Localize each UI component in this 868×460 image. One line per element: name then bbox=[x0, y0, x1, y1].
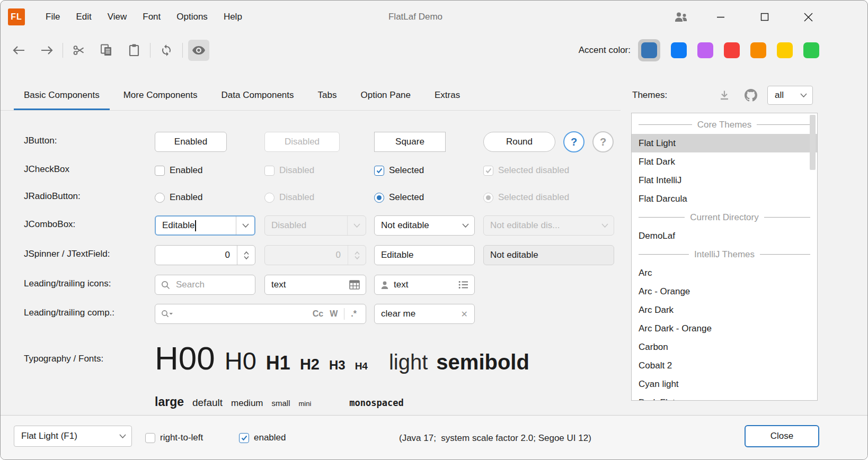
menu-file[interactable]: File bbox=[38, 8, 68, 25]
h4-sample: H4 bbox=[355, 360, 368, 372]
themes-label: Themes: bbox=[632, 90, 667, 101]
users-button[interactable] bbox=[668, 1, 694, 33]
menu-help[interactable]: Help bbox=[216, 8, 250, 25]
close-window-button[interactable] bbox=[786, 1, 830, 33]
search-dropdown-icon[interactable] bbox=[155, 310, 179, 319]
theme-item-flat-light[interactable]: Flat Light bbox=[632, 134, 817, 152]
help-button[interactable]: ? bbox=[592, 131, 614, 152]
toolbar-separator bbox=[182, 43, 183, 58]
tab-more-components[interactable]: More Components bbox=[113, 80, 208, 110]
theme-item-arc---orange[interactable]: Arc - Orange bbox=[632, 282, 817, 301]
checkbox-enabled[interactable]: Enabled bbox=[155, 165, 202, 176]
menu-bar: FileEditViewFontOptionsHelp bbox=[38, 1, 250, 33]
rtl-checkbox[interactable]: right-to-left bbox=[145, 432, 203, 444]
github-button[interactable] bbox=[743, 87, 759, 103]
radio-enabled[interactable]: Enabled bbox=[155, 192, 202, 203]
accent-swatch-3[interactable] bbox=[724, 42, 740, 58]
accent-swatch-0[interactable] bbox=[641, 42, 657, 58]
radio-selected-icon bbox=[483, 193, 493, 203]
theme-item-demolaf[interactable]: DemoLaf bbox=[632, 227, 817, 245]
show-hidden-toggle-button[interactable] bbox=[188, 40, 209, 61]
maximize-button[interactable] bbox=[742, 1, 786, 33]
checkbox-label: Selected disabled bbox=[498, 165, 569, 176]
radio-selected-disabled: Selected disabled bbox=[483, 192, 569, 203]
themes-filter-value: all bbox=[768, 90, 794, 101]
tab-tabs[interactable]: Tabs bbox=[308, 80, 347, 110]
tab-data-components[interactable]: Data Components bbox=[211, 80, 304, 110]
combobox-editable[interactable]: Editable bbox=[155, 215, 255, 236]
rtl-label: right-to-left bbox=[160, 432, 203, 443]
copy-button[interactable] bbox=[96, 40, 117, 61]
theme-list-scrollbar[interactable] bbox=[810, 115, 816, 170]
cut-button[interactable] bbox=[68, 40, 90, 61]
menu-view[interactable]: View bbox=[100, 8, 135, 25]
help-button-accent[interactable]: ? bbox=[563, 131, 584, 152]
checkbox-selected-disabled: Selected disabled bbox=[483, 165, 569, 176]
match-case-button[interactable]: Cc bbox=[309, 309, 326, 319]
mini-sample: mini bbox=[299, 400, 312, 408]
theme-item-flat-dark[interactable]: Flat Dark bbox=[632, 152, 817, 171]
clearable-field[interactable]: clear me ✕ bbox=[374, 304, 475, 324]
search-field-with-options[interactable]: Cc W .* bbox=[155, 304, 366, 324]
refresh-button[interactable] bbox=[156, 40, 177, 61]
theme-item-cobalt-2[interactable]: Cobalt 2 bbox=[632, 356, 817, 375]
semibold-sample: semibold bbox=[436, 350, 529, 374]
accent-swatch-selected-ring bbox=[638, 39, 660, 61]
themes-filter-combo[interactable]: all bbox=[767, 86, 813, 105]
menu-font[interactable]: Font bbox=[135, 8, 169, 25]
paste-button[interactable] bbox=[123, 40, 145, 61]
accent-swatch-4[interactable] bbox=[750, 42, 766, 58]
theme-item-carbon[interactable]: Carbon bbox=[632, 338, 817, 356]
search-input[interactable] bbox=[175, 279, 238, 291]
combobox-not-editable[interactable]: Not editable bbox=[374, 215, 475, 236]
accent-swatch-6[interactable] bbox=[803, 42, 819, 58]
text-field-user[interactable]: text bbox=[374, 275, 475, 295]
back-button[interactable] bbox=[8, 40, 30, 61]
accent-swatch-2[interactable] bbox=[697, 42, 713, 58]
regex-button[interactable]: .* bbox=[348, 309, 360, 319]
spinner-disabled: 0 bbox=[264, 245, 366, 265]
menu-options[interactable]: Options bbox=[169, 8, 216, 25]
menu-edit[interactable]: Edit bbox=[68, 8, 99, 25]
enabled-button[interactable]: Enabled bbox=[155, 132, 227, 152]
theme-group-header: Core Themes bbox=[632, 115, 817, 134]
textfield-editable[interactable]: Editable bbox=[374, 245, 475, 265]
radio-selected[interactable]: Selected bbox=[374, 192, 424, 203]
checkbox-selected[interactable]: Selected bbox=[374, 165, 424, 176]
download-themes-button[interactable] bbox=[716, 87, 732, 103]
laf-selector-combo[interactable]: Flat Light (F1) bbox=[14, 426, 132, 447]
checkbox-label: Disabled bbox=[279, 165, 314, 176]
minimize-button[interactable] bbox=[698, 1, 742, 33]
clear-icon[interactable]: ✕ bbox=[461, 309, 474, 319]
round-button[interactable]: Round bbox=[483, 132, 555, 152]
search-options: Cc W .* bbox=[309, 308, 366, 320]
tab-basic-components[interactable]: Basic Components bbox=[14, 80, 110, 110]
tab-option-pane[interactable]: Option Pane bbox=[350, 80, 421, 110]
app-window: FL FileEditViewFontOptionsHelp FlatLaf D… bbox=[0, 0, 868, 460]
forward-button[interactable] bbox=[36, 40, 57, 61]
close-button[interactable]: Close bbox=[745, 425, 819, 447]
theme-item-cyan-light[interactable]: Cyan light bbox=[632, 375, 817, 393]
theme-item-flat-darcula[interactable]: Flat Darcula bbox=[632, 190, 817, 208]
theme-item-flat-intellij[interactable]: Flat IntelliJ bbox=[632, 171, 817, 190]
square-button[interactable]: Square bbox=[374, 132, 446, 152]
accent-swatch-1[interactable] bbox=[671, 42, 687, 58]
textfield-value: Not editable bbox=[484, 250, 538, 260]
chevron-down-icon[interactable] bbox=[236, 223, 254, 228]
users-icon bbox=[674, 11, 688, 23]
accent-swatch-5[interactable] bbox=[777, 42, 793, 58]
laf-selector-value: Flat Light (F1) bbox=[14, 431, 113, 441]
enabled-checkbox[interactable]: enabled bbox=[239, 432, 286, 444]
whole-words-button[interactable]: W bbox=[326, 309, 341, 319]
theme-item-arc-dark---orange[interactable]: Arc Dark - Orange bbox=[632, 319, 817, 338]
theme-item-arc-dark[interactable]: Arc Dark bbox=[632, 301, 817, 319]
theme-item-arc[interactable]: Arc bbox=[632, 264, 817, 282]
search-field[interactable] bbox=[155, 275, 255, 295]
text-field-table[interactable]: text bbox=[264, 275, 366, 295]
spinner[interactable]: 0 bbox=[155, 245, 255, 265]
tab-extras[interactable]: Extras bbox=[424, 80, 470, 110]
combobox-value: Not editable bbox=[375, 220, 429, 231]
leading-trailing-icons-label: Leading/trailing icons: bbox=[24, 278, 111, 289]
theme-item-dark-flat[interactable]: Dark Flat bbox=[632, 393, 817, 401]
spinner-arrows[interactable] bbox=[237, 250, 255, 260]
